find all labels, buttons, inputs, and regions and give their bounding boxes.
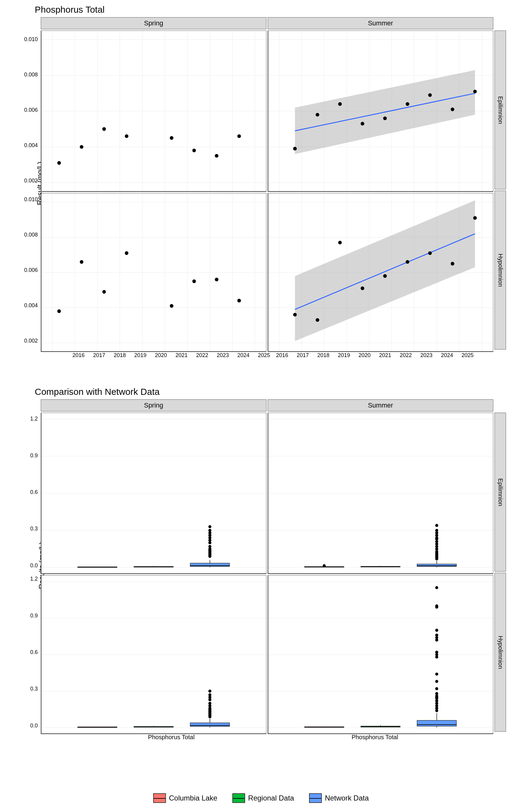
svg-point-96 xyxy=(361,286,364,290)
svg-point-167 xyxy=(435,524,438,527)
legend-item-columbia: Columbia Lake xyxy=(153,793,217,803)
col-header-summer: Summer xyxy=(268,17,493,29)
x-axis-category: Phosphorus Total Phosphorus Total xyxy=(69,731,477,741)
svg-point-17 xyxy=(102,127,106,131)
panel-spring-epilimnion xyxy=(41,31,266,192)
col-header-summer: Summer xyxy=(268,399,493,411)
chart-title: Comparison with Network Data xyxy=(35,387,510,397)
svg-point-71 xyxy=(170,304,174,308)
svg-point-228 xyxy=(435,651,438,654)
legend-swatch-blue xyxy=(309,793,322,803)
svg-rect-212 xyxy=(417,720,457,726)
svg-point-99 xyxy=(428,251,432,255)
svg-point-46 xyxy=(406,102,409,106)
svg-point-18 xyxy=(125,135,128,138)
svg-point-93 xyxy=(293,313,297,317)
svg-point-47 xyxy=(428,93,432,97)
svg-point-68 xyxy=(80,260,83,264)
svg-point-197 xyxy=(208,690,212,693)
row-strip-epilimnion: Epilimnion xyxy=(495,413,506,571)
svg-point-44 xyxy=(361,122,364,125)
x-axis-ticks: 2016201720182019202020212022202320242025… xyxy=(69,352,477,359)
facet-grid: Spring Summer xyxy=(41,399,493,732)
svg-point-41 xyxy=(293,147,297,150)
svg-rect-116 xyxy=(190,563,229,566)
svg-point-74 xyxy=(237,299,241,302)
svg-rect-182 xyxy=(190,723,229,727)
svg-point-42 xyxy=(316,113,319,117)
svg-point-49 xyxy=(473,90,477,93)
svg-point-16 xyxy=(80,145,83,149)
svg-point-21 xyxy=(215,154,218,158)
svg-point-98 xyxy=(406,260,409,264)
facet-grid: Spring Summer xyxy=(41,17,493,349)
row-strip-hypolimnion: Hypolimnion xyxy=(495,573,506,732)
svg-point-67 xyxy=(57,309,61,313)
svg-point-73 xyxy=(215,278,218,281)
y-axis-ticks: 0.00.30.60.91.2 xyxy=(20,573,38,732)
svg-point-223 xyxy=(435,687,438,690)
scatter-chart: Phosphorus Total Result (mg/L) Spring Su… xyxy=(12,4,510,371)
legend-item-regional: Regional Data xyxy=(232,793,294,803)
svg-point-222 xyxy=(435,692,438,695)
svg-point-48 xyxy=(451,107,454,111)
svg-point-193 xyxy=(208,702,212,705)
col-header-spring: Spring xyxy=(41,17,266,29)
boxplot-chart: Comparison with Network Data Results (mg… xyxy=(12,387,510,754)
svg-point-132 xyxy=(208,525,212,528)
svg-point-43 xyxy=(338,102,342,106)
y-axis-ticks: 0.0100.0080.0060.0040.002 xyxy=(20,190,38,349)
legend-item-network: Network Data xyxy=(309,793,368,803)
boxpanel-summer-epilimnion xyxy=(268,413,493,574)
boxpanel-summer-hypolimnion xyxy=(268,575,493,734)
panel-spring-hypolimnion xyxy=(41,193,266,352)
svg-point-100 xyxy=(451,262,454,266)
panel-summer-hypolimnion xyxy=(268,193,493,352)
svg-point-22 xyxy=(237,135,241,138)
svg-point-95 xyxy=(338,241,342,244)
svg-point-196 xyxy=(208,693,212,696)
y-axis-ticks: 0.0100.0080.0060.0040.002 xyxy=(20,31,38,189)
col-header-spring: Spring xyxy=(41,399,266,411)
legend-swatch-red xyxy=(153,793,166,803)
svg-point-15 xyxy=(57,161,61,165)
svg-point-20 xyxy=(193,149,196,152)
legend: Columbia Lake Regional Data Network Data xyxy=(153,793,369,803)
svg-point-166 xyxy=(435,529,438,532)
row-strip-epilimnion: Epilimnion xyxy=(495,31,506,189)
svg-point-45 xyxy=(383,117,387,120)
svg-point-97 xyxy=(383,274,387,278)
svg-rect-148 xyxy=(417,564,457,566)
svg-point-231 xyxy=(435,633,438,636)
legend-swatch-green xyxy=(232,793,245,803)
svg-point-225 xyxy=(435,672,438,675)
svg-point-224 xyxy=(435,680,438,683)
y-axis-ticks: 0.00.30.60.91.2 xyxy=(20,413,38,571)
svg-point-69 xyxy=(102,290,106,293)
boxpanel-spring-epilimnion xyxy=(41,413,266,574)
chart-title: Phosphorus Total xyxy=(35,4,510,15)
svg-point-101 xyxy=(473,216,477,220)
svg-point-72 xyxy=(193,280,196,283)
svg-point-143 xyxy=(323,564,326,567)
svg-point-125 xyxy=(208,545,212,548)
svg-point-234 xyxy=(435,605,438,608)
svg-point-70 xyxy=(125,251,128,255)
row-strip-hypolimnion: Hypolimnion xyxy=(495,190,506,349)
svg-point-232 xyxy=(435,629,438,632)
svg-point-19 xyxy=(170,136,174,140)
svg-point-131 xyxy=(208,529,212,532)
panel-summer-epilimnion xyxy=(268,31,493,192)
svg-point-94 xyxy=(316,318,319,322)
boxpanel-spring-hypolimnion xyxy=(41,575,266,734)
svg-point-235 xyxy=(435,586,438,589)
